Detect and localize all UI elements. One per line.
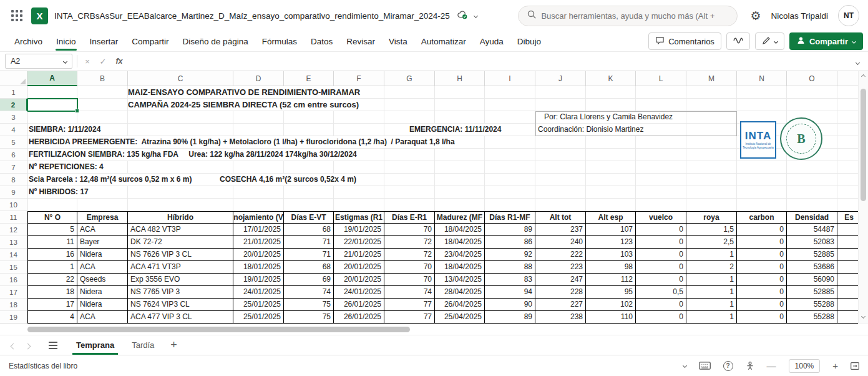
cell-L16[interactable]: 0 [636, 274, 686, 286]
row-header-10[interactable]: 10 [0, 199, 27, 211]
cell-I11[interactable]: Días R1-MF [485, 211, 535, 224]
cell-O13[interactable]: 52083 [787, 236, 837, 249]
cell-A15[interactable]: 1 [27, 261, 77, 274]
cell-A17[interactable]: 18 [27, 286, 77, 299]
cell-partial-16[interactable] [837, 274, 858, 286]
column-header-J[interactable]: J [535, 71, 586, 86]
cell-N12[interactable]: 0 [737, 224, 787, 236]
cell-J13[interactable]: 240 [535, 236, 586, 249]
column-header-O[interactable]: O [787, 71, 837, 86]
row-header-2[interactable]: 2 [0, 99, 27, 111]
title-menu-chevron-icon[interactable] [474, 13, 478, 17]
cell-M18[interactable]: 1 [686, 299, 737, 311]
cell-E15[interactable]: 68 [284, 261, 334, 274]
cell-G11[interactable]: Días E-R1 [384, 211, 435, 224]
row-header-1[interactable]: 1 [0, 86, 27, 99]
cell-M19[interactable]: 1 [686, 311, 737, 324]
column-header-M[interactable]: M [686, 71, 737, 86]
ribbon-tab-inicio[interactable]: Inicio [49, 32, 83, 51]
cell-J16[interactable]: 247 [535, 274, 586, 286]
cell-G15[interactable]: 70 [384, 261, 435, 274]
cell-B15[interactable]: ACA [77, 261, 128, 274]
cell-L14[interactable]: 0 [636, 249, 686, 261]
saved-cloud-icon[interactable] [456, 10, 468, 22]
cell-I17[interactable]: 94 [485, 286, 535, 299]
row-header-16[interactable]: 16 [0, 274, 27, 286]
draw-pen-button[interactable] [755, 32, 784, 50]
cell-F15[interactable]: 20/01/2025 [334, 261, 384, 274]
ribbon-tab-dibujo[interactable]: Dibujo [510, 32, 548, 51]
settings-gear-icon[interactable]: ⚙ [750, 10, 761, 22]
cell-F19[interactable]: 26/01/2025 [334, 311, 384, 324]
cell-G16[interactable]: 70 [384, 274, 435, 286]
column-header-K[interactable]: K [586, 71, 636, 86]
ribbon-tab-insertar[interactable]: Insertar [83, 32, 125, 51]
app-launcher-icon[interactable] [9, 7, 25, 24]
column-header-B[interactable]: B [77, 71, 128, 86]
cell-C18[interactable]: NS 7624 VIP3 CL [128, 299, 233, 311]
cell-E18[interactable]: 75 [284, 299, 334, 311]
sheet-tab-temprana[interactable]: Temprana [67, 335, 123, 355]
zoom-level-button[interactable]: 100% [789, 359, 821, 373]
cell-O16[interactable]: 56090 [787, 274, 837, 286]
name-box[interactable]: A2 [5, 54, 72, 69]
cell-N17[interactable]: 0 [737, 286, 787, 299]
cell-partial-14[interactable] [837, 249, 858, 261]
cell-K17[interactable]: 95 [586, 286, 636, 299]
cell-L15[interactable]: 0 [636, 261, 686, 274]
cell-H13[interactable]: 18/04/2025 [435, 236, 485, 249]
horizontal-scrollbar[interactable] [0, 324, 868, 335]
sheet-nav-next-icon[interactable] [21, 340, 35, 351]
cell-M14[interactable]: 1 [686, 249, 737, 261]
cell-B14[interactable]: Nidera [77, 249, 128, 261]
cell-O18[interactable]: 55288 [787, 299, 837, 311]
cell-E11[interactable]: Días E-VT [284, 211, 334, 224]
cell-C16[interactable]: Exp 3556 EVO [128, 274, 233, 286]
cell-D18[interactable]: 25/01/2025 [233, 299, 284, 311]
row-header-13[interactable]: 13 [0, 236, 27, 249]
cell-N14[interactable]: 0 [737, 249, 787, 261]
cell-B11[interactable]: Empresa [77, 211, 128, 224]
cell-H18[interactable]: 26/04/2025 [435, 299, 485, 311]
cell-L18[interactable]: 0 [636, 299, 686, 311]
row-header-5[interactable]: 5 [0, 136, 27, 149]
cell-B13[interactable]: Bayer [77, 236, 128, 249]
cell-partial-11[interactable]: Es [837, 211, 858, 224]
column-header-C[interactable]: C [128, 71, 233, 86]
cell-N13[interactable]: 0 [737, 236, 787, 249]
row-header-11[interactable]: 11 [0, 211, 27, 224]
cell-partial-17[interactable] [837, 286, 858, 299]
row-header-12[interactable]: 12 [0, 224, 27, 236]
zoom-out-button[interactable]: — [767, 360, 776, 371]
cell-K14[interactable]: 103 [586, 249, 636, 261]
column-header-L[interactable]: L [636, 71, 686, 86]
cell-I18[interactable]: 90 [485, 299, 535, 311]
cancel-icon[interactable]: × [82, 57, 93, 66]
search-input[interactable] [541, 11, 728, 21]
help-icon[interactable]: ? [723, 361, 733, 371]
fx-icon[interactable]: fx [113, 57, 125, 66]
ribbon-tab-formulas[interactable]: Fórmulas [255, 32, 304, 51]
cell-G13[interactable]: 72 [384, 236, 435, 249]
cell-J11[interactable]: Alt tot [535, 211, 586, 224]
cell-partial-18[interactable] [837, 299, 858, 311]
search-box[interactable] [518, 6, 738, 26]
share-button[interactable]: Compartir [789, 32, 863, 50]
cell-K18[interactable]: 102 [586, 299, 636, 311]
cell-D12[interactable]: 17/01/2025 [233, 224, 284, 236]
cell-O14[interactable]: 52885 [787, 249, 837, 261]
row-header-17[interactable]: 17 [0, 286, 27, 299]
cell-C12[interactable]: ACA 482 VT3P [128, 224, 233, 236]
cell-B18[interactable]: Nidera [77, 299, 128, 311]
cell-J17[interactable]: 228 [535, 286, 586, 299]
cell-B19[interactable]: ACA [77, 311, 128, 324]
row-header-19[interactable]: 19 [0, 311, 27, 324]
cell-L12[interactable]: 0 [636, 224, 686, 236]
vertical-scrollbar[interactable] [858, 71, 868, 324]
cell-N19[interactable]: 0 [737, 311, 787, 324]
cell-B16[interactable]: Qseeds [77, 274, 128, 286]
cell-D19[interactable]: 25/01/2025 [233, 311, 284, 324]
cell-D11[interactable]: nojamiento (V [233, 211, 284, 224]
cell-E17[interactable]: 74 [284, 286, 334, 299]
cell-I16[interactable]: 83 [485, 274, 535, 286]
